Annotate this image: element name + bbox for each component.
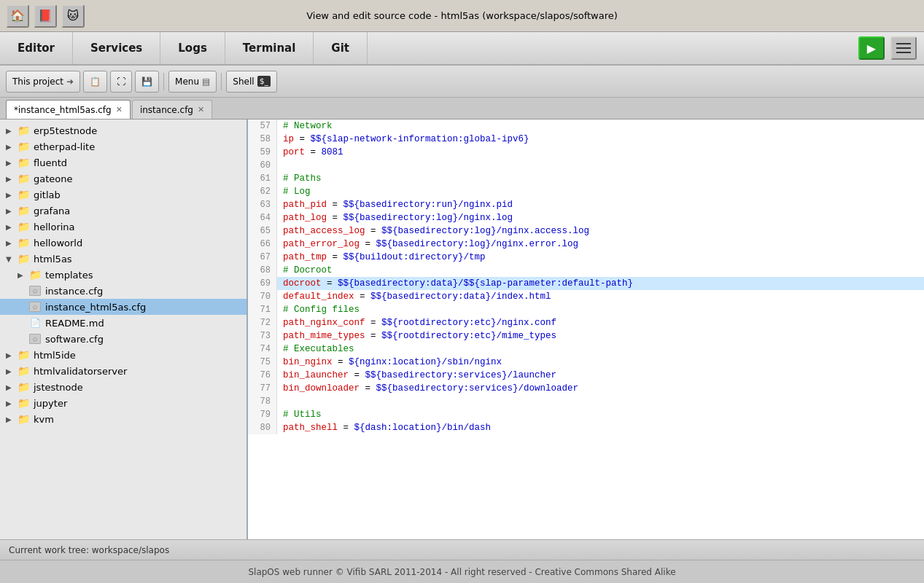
shell-icon: $_ bbox=[257, 76, 271, 87]
line-content: # Network bbox=[277, 120, 333, 133]
code-line: 65path_access_log = $${basedirectory:log… bbox=[248, 224, 924, 238]
tree-item-icon: ⚙ bbox=[28, 285, 42, 297]
line-content: path_tmp = $${buildout:directory}/tmp bbox=[277, 251, 486, 264]
sidebar-item-gitlab[interactable]: ▶📁gitlab bbox=[0, 187, 246, 203]
line-content: bin_downloader = $${basedirectory:servic… bbox=[277, 382, 578, 395]
line-number: 76 bbox=[248, 369, 277, 382]
tree-arrow-icon: ▶ bbox=[6, 191, 16, 199]
tree-arrow-icon: ▶ bbox=[6, 175, 16, 183]
code-line: 61# Paths bbox=[248, 172, 924, 185]
sidebar-item-grafana[interactable]: ▶📁grafana bbox=[0, 203, 246, 219]
line-number: 80 bbox=[248, 421, 277, 434]
code-line: 58ip = $${slap-network-information:globa… bbox=[248, 133, 924, 146]
close-tab-instance[interactable]: ✕ bbox=[198, 105, 204, 114]
sidebar-item-label: fluentd bbox=[34, 157, 67, 168]
sidebar-item-erp5testnode[interactable]: ▶📁erp5testnode bbox=[0, 122, 246, 138]
tab-logs[interactable]: Logs bbox=[160, 32, 225, 64]
line-number: 77 bbox=[248, 382, 277, 395]
line-number: 75 bbox=[248, 356, 277, 369]
tab-terminal[interactable]: Terminal bbox=[225, 32, 314, 64]
tree-arrow-icon: ▶ bbox=[6, 399, 16, 407]
line-content: path_error_log = $${basedirectory:log}/n… bbox=[277, 238, 578, 251]
tree-arrow-icon: ▼ bbox=[6, 255, 16, 263]
sidebar-item-jstestnode[interactable]: ▶📁jstestnode bbox=[0, 379, 246, 395]
code-line: 59port = 8081 bbox=[248, 146, 924, 159]
tree-arrow-icon: ▶ bbox=[6, 223, 16, 231]
line-number: 73 bbox=[248, 329, 277, 343]
tree-item-icon: 📁 bbox=[28, 269, 42, 281]
shell-button[interactable]: Shell $_ bbox=[226, 71, 277, 93]
line-content: path_access_log = $${basedirectory:log}/… bbox=[277, 224, 589, 238]
tab-git[interactable]: Git bbox=[314, 32, 368, 64]
sidebar-item-hellorina[interactable]: ▶📁hellorina bbox=[0, 219, 246, 235]
sidebar-item-html5as[interactable]: ▼📁html5as bbox=[0, 251, 246, 267]
line-content: docroot = $${basedirectory:data}/$${slap… bbox=[277, 277, 633, 290]
code-line: 66path_error_log = $${basedirectory:log}… bbox=[248, 238, 924, 251]
sidebar-item-htmlvalidatorserver[interactable]: ▶📁htmlvalidatorserver bbox=[0, 363, 246, 379]
menu-button[interactable]: Menu ▤ bbox=[168, 71, 217, 93]
fullscreen-button[interactable]: ⛶ bbox=[110, 71, 132, 93]
line-content: path_pid = $${basedirectory:run}/nginx.p… bbox=[277, 198, 513, 211]
help-icon[interactable]: 🐱 bbox=[61, 4, 85, 28]
code-line: 80path_shell = ${dash:location}/bin/dash bbox=[248, 421, 924, 434]
sidebar-item-helloworld[interactable]: ▶📁helloworld bbox=[0, 235, 246, 251]
sidebar-item-label: instance.cfg bbox=[45, 286, 103, 297]
line-number: 69 bbox=[248, 277, 277, 290]
line-number: 60 bbox=[248, 159, 277, 172]
file-tabs: *instance_html5as.cfg ✕ instance.cfg ✕ bbox=[0, 98, 924, 120]
title-bar: 🏠 📕 🐱 View and edit source code - html5a… bbox=[0, 0, 924, 32]
sidebar-item-label: htmlvalidatorserver bbox=[34, 366, 127, 377]
code-line: 73path_mime_types = $${rootdirectory:etc… bbox=[248, 329, 924, 343]
sidebar-item-gateone[interactable]: ▶📁gateone bbox=[0, 171, 246, 187]
tree-item-icon: 📁 bbox=[16, 125, 31, 136]
sidebar-item-instance-cfg[interactable]: ⚙instance.cfg bbox=[0, 283, 246, 299]
code-line: 64path_log = $${basedirectory:log}/nginx… bbox=[248, 211, 924, 224]
code-line: 74# Executables bbox=[248, 343, 924, 356]
sidebar-item-fluentd[interactable]: ▶📁fluentd bbox=[0, 154, 246, 171]
code-line: 67path_tmp = $${buildout:directory}/tmp bbox=[248, 251, 924, 264]
file-tab-active-label: *instance_html5as.cfg bbox=[14, 105, 112, 115]
home-icon[interactable]: 🏠 bbox=[6, 4, 29, 28]
sidebar-item-README-md[interactable]: 📄README.md bbox=[0, 315, 246, 331]
code-area[interactable]: 57# Network58ip = $${slap-network-inform… bbox=[248, 120, 924, 539]
code-line: 70default_index = $${basedirectory:data}… bbox=[248, 290, 924, 303]
tree-item-icon: ⚙ bbox=[28, 333, 42, 345]
bookmark-icon[interactable]: 📕 bbox=[34, 4, 57, 28]
tree-arrow-icon: ▶ bbox=[18, 271, 28, 279]
sidebar-item-instance_html5as-cfg[interactable]: ⚙instance_html5as.cfg bbox=[0, 299, 246, 315]
nav-bar: Editor Services Logs Terminal Git bbox=[0, 32, 924, 66]
code-line: 71# Config files bbox=[248, 303, 924, 316]
line-content: ip = $${slap-network-information:global-… bbox=[277, 133, 529, 146]
save-button[interactable]: 💾 bbox=[135, 71, 159, 93]
code-line: 68# Docroot bbox=[248, 264, 924, 277]
line-number: 62 bbox=[248, 185, 277, 198]
editor-panel: 57# Network58ip = $${slap-network-inform… bbox=[248, 120, 924, 539]
tab-editor[interactable]: Editor bbox=[0, 32, 73, 64]
sidebar-item-jupyter[interactable]: ▶📁jupyter bbox=[0, 395, 246, 411]
run-button[interactable] bbox=[858, 36, 885, 60]
copy-button[interactable]: 📋 bbox=[83, 71, 107, 93]
line-number: 63 bbox=[248, 198, 277, 211]
tree-item-icon: 📁 bbox=[16, 221, 31, 232]
file-tab-active[interactable]: *instance_html5as.cfg ✕ bbox=[6, 100, 131, 119]
code-line: 63path_pid = $${basedirectory:run}/nginx… bbox=[248, 198, 924, 211]
line-number: 66 bbox=[248, 238, 277, 251]
hamburger-button[interactable] bbox=[890, 36, 917, 60]
close-tab-active[interactable]: ✕ bbox=[116, 105, 123, 114]
sidebar-item-label: helloworld bbox=[34, 238, 82, 249]
file-tab-instance[interactable]: instance.cfg ✕ bbox=[132, 100, 212, 119]
sidebar-item-templates[interactable]: ▶📁templates bbox=[0, 267, 246, 283]
tree-item-icon: 📁 bbox=[16, 349, 31, 361]
sidebar-item-kvm[interactable]: ▶📁kvm bbox=[0, 411, 246, 427]
sidebar-item-html5ide[interactable]: ▶📁html5ide bbox=[0, 347, 246, 363]
line-content bbox=[277, 159, 283, 172]
sidebar-item-software-cfg[interactable]: ⚙software.cfg bbox=[0, 331, 246, 347]
sidebar-item-label: html5ide bbox=[34, 350, 76, 361]
this-project-button[interactable]: This project ➜ bbox=[6, 71, 80, 93]
tree-item-icon: 📁 bbox=[16, 413, 31, 425]
sidebar-item-label: kvm bbox=[34, 414, 54, 425]
sidebar-item-etherpad-lite[interactable]: ▶📁etherpad-lite bbox=[0, 138, 246, 154]
tab-services[interactable]: Services bbox=[73, 32, 160, 64]
line-content: # Config files bbox=[277, 303, 360, 316]
line-number: 64 bbox=[248, 211, 277, 224]
